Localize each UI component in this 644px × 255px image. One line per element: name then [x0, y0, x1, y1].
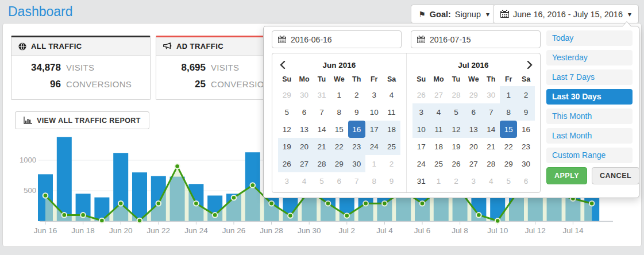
- calendar-day[interactable]: 28: [313, 155, 330, 172]
- start-date-field[interactable]: [291, 35, 388, 44]
- calendar-day[interactable]: 2: [383, 155, 400, 172]
- calendar-day[interactable]: 18: [383, 121, 400, 138]
- calendar-day[interactable]: 11: [430, 121, 447, 138]
- calendar-day[interactable]: 6: [330, 172, 348, 190]
- calendar-day[interactable]: 26: [278, 155, 295, 172]
- calendar-day[interactable]: 13: [295, 121, 313, 138]
- calendar-day[interactable]: 9: [383, 172, 400, 190]
- calendar-day[interactable]: 19: [278, 138, 295, 155]
- cancel-button[interactable]: CANCEL: [592, 167, 639, 184]
- calendar-day[interactable]: 22: [500, 138, 517, 155]
- preset-this-month[interactable]: This Month: [546, 109, 633, 124]
- calendar-day[interactable]: 3: [365, 86, 383, 103]
- calendar-day[interactable]: 5: [448, 103, 465, 121]
- calendar-day[interactable]: 29: [278, 86, 295, 103]
- end-date-field[interactable]: [430, 35, 527, 44]
- calendar-day[interactable]: 15: [330, 121, 348, 138]
- calendar-day[interactable]: 4: [430, 103, 447, 121]
- calendar-day[interactable]: 25: [430, 155, 447, 172]
- calendar-day[interactable]: 7: [483, 103, 500, 121]
- calendar-day[interactable]: 16: [348, 121, 365, 138]
- calendar-day[interactable]: 9: [348, 103, 365, 121]
- calendar-day[interactable]: 1: [500, 86, 517, 103]
- calendar-day[interactable]: 28: [483, 155, 500, 172]
- calendar-day[interactable]: 6: [295, 103, 313, 121]
- calendar-day[interactable]: 8: [365, 172, 383, 190]
- view-all-traffic-report-button[interactable]: VIEW ALL TRAFFIC REPORT: [15, 111, 149, 129]
- calendar-day[interactable]: 27: [430, 86, 447, 103]
- calendar-day[interactable]: 27: [295, 155, 313, 172]
- calendar-day[interactable]: 14: [483, 121, 500, 138]
- calendar-day[interactable]: 26: [412, 86, 430, 103]
- calendar-day[interactable]: 18: [430, 138, 447, 155]
- calendar-day[interactable]: 7: [348, 172, 365, 190]
- calendar-day[interactable]: 21: [483, 138, 500, 155]
- calendar-day[interactable]: 14: [313, 121, 330, 138]
- calendar-day[interactable]: 22: [330, 138, 348, 155]
- calendar-day[interactable]: 16: [517, 121, 534, 138]
- calendar-day[interactable]: 17: [412, 138, 430, 155]
- start-date-input[interactable]: [272, 30, 402, 48]
- calendar-day[interactable]: 29: [500, 155, 517, 172]
- preset-yesterday[interactable]: Yesterday: [546, 50, 633, 65]
- calendar-day[interactable]: 13: [465, 121, 482, 138]
- calendar-day[interactable]: 8: [330, 103, 348, 121]
- calendar-day[interactable]: 1: [430, 172, 447, 190]
- calendar-day[interactable]: 6: [517, 172, 534, 190]
- calendar-day[interactable]: 2: [448, 172, 465, 190]
- calendar-day[interactable]: 11: [383, 103, 400, 121]
- preset-custom-range[interactable]: Custom Range: [546, 148, 633, 163]
- calendar-day[interactable]: 29: [330, 155, 348, 172]
- calendar-day[interactable]: 2: [517, 86, 534, 103]
- calendar-day[interactable]: 29: [465, 86, 482, 103]
- calendar-day[interactable]: 20: [465, 138, 482, 155]
- calendar-day[interactable]: 6: [465, 103, 482, 121]
- calendar-day[interactable]: 20: [295, 138, 313, 155]
- calendar-day[interactable]: 26: [448, 155, 465, 172]
- calendar-day[interactable]: 5: [500, 172, 517, 190]
- calendar-day[interactable]: 10: [412, 121, 430, 138]
- end-date-input[interactable]: [411, 30, 541, 48]
- preset-last-30-days[interactable]: Last 30 Days: [546, 89, 633, 105]
- calendar-day[interactable]: 30: [348, 155, 365, 172]
- calendar-day[interactable]: 31: [412, 172, 430, 190]
- calendar-day[interactable]: 3: [412, 103, 430, 121]
- preset-last-month[interactable]: Last Month: [546, 128, 633, 144]
- calendar-day[interactable]: 1: [365, 155, 383, 172]
- calendar-day[interactable]: 1: [330, 86, 348, 103]
- prev-month-button[interactable]: [278, 61, 287, 69]
- daterange-button[interactable]: June 16, 2016 - July 15, 2016 ▾: [493, 5, 639, 24]
- calendar-day[interactable]: 30: [517, 155, 534, 172]
- calendar-day[interactable]: 21: [313, 138, 330, 155]
- calendar-day[interactable]: 5: [313, 172, 330, 190]
- calendar-day[interactable]: 23: [348, 138, 365, 155]
- calendar-day[interactable]: 9: [517, 103, 534, 121]
- calendar-day[interactable]: 4: [383, 86, 400, 103]
- calendar-day[interactable]: 15: [500, 121, 517, 138]
- calendar-day[interactable]: 8: [500, 103, 517, 121]
- calendar-day[interactable]: 27: [465, 155, 482, 172]
- calendar-day[interactable]: 31: [313, 86, 330, 103]
- calendar-day[interactable]: 5: [278, 103, 295, 121]
- calendar-day[interactable]: 17: [365, 121, 383, 138]
- calendar-day[interactable]: 24: [412, 155, 430, 172]
- apply-button[interactable]: APPLY: [546, 167, 587, 184]
- calendar-day[interactable]: 10: [365, 103, 383, 121]
- preset-today[interactable]: Today: [546, 30, 633, 46]
- calendar-day[interactable]: 4: [483, 172, 500, 190]
- calendar-day[interactable]: 2: [348, 86, 365, 103]
- calendar-day[interactable]: 12: [448, 121, 465, 138]
- calendar-day[interactable]: 24: [365, 138, 383, 155]
- calendar-day[interactable]: 3: [465, 172, 482, 190]
- goal-selector-button[interactable]: ⚑ Goal: Signup ▾: [411, 5, 497, 24]
- preset-last-7-days[interactable]: Last 7 Days: [546, 69, 633, 85]
- calendar-day[interactable]: 30: [483, 86, 500, 103]
- calendar-day[interactable]: 3: [278, 172, 295, 190]
- calendar-day[interactable]: 30: [295, 86, 313, 103]
- calendar-day[interactable]: 23: [517, 138, 534, 155]
- calendar-day[interactable]: 4: [295, 172, 313, 190]
- calendar-day[interactable]: 12: [278, 121, 295, 138]
- next-month-button[interactable]: [525, 61, 534, 69]
- calendar-day[interactable]: 28: [448, 86, 465, 103]
- calendar-day[interactable]: 25: [383, 138, 400, 155]
